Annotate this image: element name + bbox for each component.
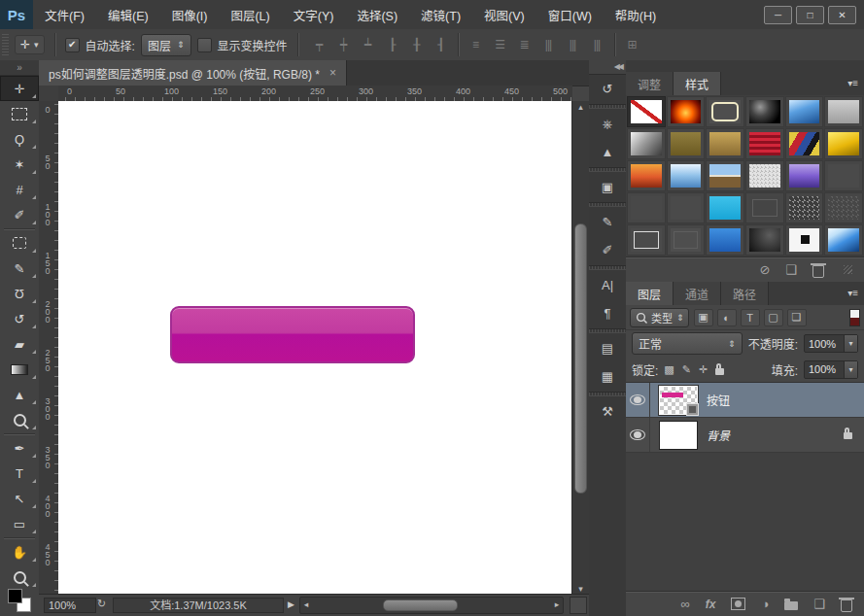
foreground-background-colors[interactable] (8, 589, 31, 612)
magic-wand-tool[interactable]: ✶ (0, 152, 39, 177)
zoom-level-field[interactable]: 100% (44, 598, 96, 613)
distribute-left-edges[interactable]: ||| (537, 35, 560, 54)
layer-row-button[interactable]: 按钮 (626, 383, 864, 418)
style-purple-gel[interactable] (785, 160, 824, 191)
layer-filter-toggle[interactable] (849, 309, 860, 326)
canvas-viewport[interactable] (58, 101, 572, 595)
brush-tool[interactable]: ✎ (0, 256, 39, 281)
blur-tool[interactable]: ▲ (0, 382, 39, 407)
horizontal-scrollbar[interactable]: ◂ ▸ (299, 597, 564, 614)
style-shadow-blob[interactable] (745, 224, 784, 256)
histogram-panel-icon[interactable]: ▲ (589, 138, 626, 166)
history-brush-tool[interactable]: ↺ (0, 306, 39, 331)
horizontal-scroll-thumb[interactable] (383, 599, 458, 611)
distribute-vertical-centers[interactable]: ☰ (489, 35, 511, 54)
lasso-tool[interactable]: Ϙ (0, 126, 39, 152)
style-olive[interactable] (667, 128, 706, 159)
auto-select-target-dropdown[interactable]: 图层 ⇕ (141, 34, 191, 56)
toolbar-collapse-button[interactable]: » (0, 60, 39, 76)
layer-thumbnail[interactable] (659, 421, 698, 450)
layer-effects-button[interactable]: fx (706, 598, 716, 611)
character-styles-panel-icon[interactable]: ▤ (589, 334, 626, 362)
paragraph-styles-panel-icon[interactable]: ▦ (589, 362, 626, 391)
distribute-horizontal-centers[interactable]: ||| (562, 35, 584, 54)
close-button[interactable]: ✕ (828, 6, 856, 24)
style-dark-3[interactable] (667, 192, 706, 223)
style-silver-sheen[interactable] (627, 128, 666, 159)
visibility-toggle[interactable] (626, 418, 650, 452)
scroll-up-arrow-icon[interactable]: ▴ (572, 101, 589, 113)
menu-select[interactable]: 选择(S) (345, 0, 409, 29)
auto-select-checkbox[interactable]: ✔ (65, 38, 80, 52)
style-landscape[interactable] (706, 160, 744, 191)
hand-tool[interactable]: ✋ (0, 539, 39, 565)
lock-all[interactable] (715, 363, 724, 376)
menu-filter[interactable]: 滤镜(T) (409, 0, 472, 29)
eyedropper-tool[interactable]: ✐ (0, 202, 39, 227)
style-red-stripes[interactable] (745, 128, 784, 159)
auto-align-layers[interactable]: ⊞ (621, 35, 643, 54)
style-dark-outline[interactable] (745, 192, 784, 223)
filter-pixel-layers[interactable]: ▣ (694, 309, 713, 326)
style-blue-crystal[interactable] (824, 224, 863, 256)
tab-layers[interactable]: 图层 (626, 282, 674, 305)
align-bottom-edges[interactable]: ┷ (357, 35, 379, 54)
distribute-right-edges[interactable]: ||| (586, 35, 608, 54)
style-cyan[interactable] (706, 192, 744, 223)
filter-type-dropdown[interactable]: 类型 ⇕ (630, 308, 689, 327)
style-dark-2[interactable] (627, 192, 666, 223)
history-panel-icon[interactable]: ↺ (589, 75, 626, 103)
character-panel-icon[interactable]: A| (589, 271, 626, 299)
menu-type[interactable]: 文字(Y) (282, 0, 346, 29)
delete-layer-button[interactable] (841, 597, 852, 612)
tab-channels[interactable]: 通道 (674, 282, 721, 305)
distribute-top-edges[interactable]: ≡ (465, 35, 487, 54)
path-selection-tool[interactable]: ↖ (0, 486, 39, 511)
visibility-toggle[interactable] (626, 383, 650, 417)
style-blue-solid[interactable] (706, 224, 744, 256)
eraser-tool[interactable]: ▰ (0, 331, 39, 357)
style-dark-subtle[interactable] (824, 160, 863, 191)
menu-image[interactable]: 图像(I) (160, 0, 220, 29)
blend-mode-dropdown[interactable]: 正常 ⇕ (632, 332, 743, 355)
gradient-tool[interactable] (0, 357, 39, 382)
paragraph-panel-icon[interactable]: ¶ (589, 299, 626, 327)
lock-position[interactable]: ✛ (699, 363, 708, 376)
style-faint-square[interactable] (667, 224, 706, 256)
rectangular-marquee-tool[interactable] (0, 101, 39, 126)
type-tool[interactable]: T (0, 461, 39, 486)
chevron-down-icon[interactable]: ▾ (844, 335, 857, 352)
clone-stamp-tool[interactable]: Ω (0, 281, 39, 306)
move-tool[interactable]: ✛ (0, 76, 39, 101)
filter-adjustment-layers[interactable]: ◐ (717, 309, 737, 326)
filter-shape-layers[interactable]: ▢ (764, 309, 783, 326)
filter-smart-objects[interactable]: ❏ (787, 309, 807, 326)
layer-thumbnail[interactable] (659, 386, 698, 415)
style-faint-checker[interactable] (824, 192, 863, 223)
style-tan[interactable] (706, 128, 744, 159)
new-layer-button[interactable]: ❑ (813, 597, 825, 611)
align-right-edges[interactable]: ┨ (430, 35, 452, 54)
menu-layer[interactable]: 图层(L) (219, 0, 281, 29)
ship-wheel-panel-icon[interactable]: ⎈ (589, 110, 626, 138)
vertical-scroll-thumb[interactable] (574, 223, 587, 494)
menu-edit[interactable]: 编辑(E) (96, 0, 160, 29)
crop-tool[interactable]: # (0, 177, 39, 202)
zoom-tool[interactable] (0, 565, 39, 590)
resize-grip-icon[interactable] (844, 265, 852, 274)
lock-transparent-pixels[interactable]: ▩ (664, 363, 674, 376)
vertical-scrollbar[interactable]: ▴ ▾ (571, 101, 589, 595)
tab-styles[interactable]: 样式 (674, 72, 721, 95)
3d-cube-panel-icon[interactable]: ▣ (589, 173, 626, 201)
dock-expand-button[interactable]: ◀◀ (589, 60, 626, 75)
menu-window[interactable]: 窗口(W) (536, 0, 604, 29)
style-white-outline[interactable] (627, 224, 666, 256)
brush-panel-icon[interactable]: ✎ (589, 208, 626, 236)
style-checker-pattern[interactable] (785, 192, 824, 223)
canvas-surface[interactable] (58, 101, 572, 595)
opacity-field[interactable]: 100% ▾ (804, 334, 858, 353)
dodge-tool[interactable] (0, 407, 39, 432)
style-white-rounded-outline[interactable] (706, 96, 744, 127)
style-none[interactable] (627, 96, 666, 127)
panel-menu-icon[interactable]: ▾≡ (847, 72, 864, 95)
